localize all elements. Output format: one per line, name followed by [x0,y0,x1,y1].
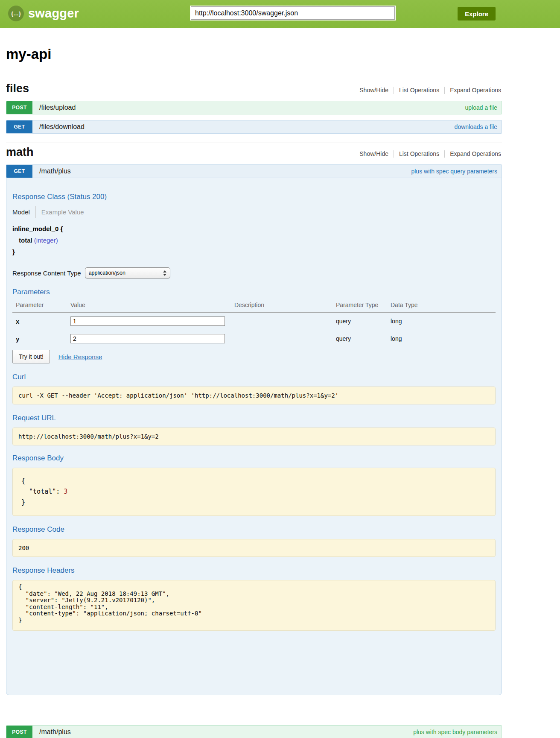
section-math-header: math Show/Hide List Operations Expand Op… [6,146,502,159]
response-body-json: { "total": 3 } [21,476,490,508]
list-operations-link[interactable]: List Operations [394,87,444,94]
operation-detail-panel: Response Class (Status 200) Model Exampl… [6,178,502,695]
parameters-heading: Parameters [12,288,496,296]
json-number-value: 3 [64,488,67,495]
http-method-badge: GET [6,165,32,178]
column-header-value: Value [67,298,231,312]
selected-option: application/json [89,270,125,276]
response-code-block: 200 [12,539,496,557]
column-header-parameter-type: Parameter Type [332,298,387,312]
response-content-type-row: Response Content Type application/json [12,267,496,278]
list-operations-link[interactable]: List Operations [394,150,444,157]
operation-summary-link[interactable]: plus with spec query parameters [411,165,497,178]
operation-path-link[interactable]: /math/plus [39,165,71,178]
swagger-logo-icon: {…} [8,6,24,21]
request-url-value: http://localhost:3000/math/plus?x=1&y=2 [18,433,490,440]
response-body-block: { "total": 3 } [12,468,496,516]
column-header-parameter: Parameter [12,298,67,312]
column-header-description: Description [231,298,332,312]
try-it-out-button[interactable]: Try it out! [12,350,50,363]
top-bar: {…} swagger Explore [0,0,560,28]
model-close-line: } [12,248,496,255]
column-header-data-type: Data Type [387,298,496,312]
http-method-badge: POST [6,101,32,114]
curl-command-block: curl -X GET --header 'Accept: applicatio… [12,387,496,404]
parameter-type: query [332,312,387,330]
show-hide-link[interactable]: Show/Hide [354,150,394,157]
http-method-badge: GET [6,120,32,133]
model-signature: inline_model_0 { total (integer) } [12,225,496,255]
section-title-files: files [6,82,29,95]
operation-path-link[interactable]: /files/download [39,120,85,133]
explore-button[interactable]: Explore [458,7,496,20]
model-open-line: inline_model_0 { [12,225,496,232]
model-property-line: total (integer) [12,237,496,244]
parameter-name: x [12,312,67,330]
json-text: } [21,498,25,506]
parameter-name: y [12,330,67,348]
parameter-type: query [332,330,387,348]
property-name: total [19,237,32,244]
try-it-out-row: Try it out! Hide Response [12,350,496,363]
parameter-x-input[interactable] [70,316,225,326]
parameter-y-input[interactable] [70,334,225,343]
operation-path-link[interactable]: /files/upload [39,101,76,114]
parameters-header-row: Parameter Value Description Parameter Ty… [12,298,496,312]
http-method-badge: POST [6,726,32,738]
operation-summary-link[interactable]: plus with spec body parameters [413,726,497,738]
spec-url-input[interactable] [191,6,395,20]
operation-row-get-files-download[interactable]: GET /files/download downloads a file [6,120,502,134]
swagger-brand-link[interactable]: {…} swagger [8,6,79,21]
operation-row-post-math-plus[interactable]: POST /math/plus plus with spec body para… [6,725,502,738]
parameter-description [231,330,332,348]
section-divider [6,143,502,143]
section-files-header: files Show/Hide List Operations Expand O… [6,82,502,95]
tab-model[interactable]: Model [12,208,30,216]
section-controls: Show/Hide List Operations Expand Operati… [354,87,502,94]
brand-name: swagger [28,6,79,20]
operation-get-math-plus: GET /math/plus plus with spec query para… [6,164,502,695]
response-headers-block: { "date": "Wed, 22 Aug 2018 18:49:13 GMT… [12,580,496,631]
signature-tabs: Model Example Value [12,205,496,218]
parameter-row-y: y query long [12,330,496,348]
parameter-description [231,312,332,330]
operation-row-post-files-upload[interactable]: POST /files/upload upload a file [6,101,502,114]
request-url-heading: Request URL [12,414,496,422]
main-content: my-api files Show/Hide List Operations E… [6,46,502,738]
expand-operations-link[interactable]: Expand Operations [445,87,502,94]
separator [35,206,36,218]
operation-path-link[interactable]: /math/plus [39,726,71,738]
response-code-heading: Response Code [12,525,496,534]
parameter-row-x: x query long [12,312,496,330]
section-title-math: math [6,146,34,159]
operation-summary-link[interactable]: upload a file [465,101,497,114]
response-headers-json: { "date": "Wed, 22 Aug 2018 18:49:13 GMT… [18,584,490,624]
section-files: files Show/Hide List Operations Expand O… [6,82,502,134]
property-type: (integer) [34,237,58,244]
section-controls: Show/Hide List Operations Expand Operati… [354,150,502,158]
section-math: math Show/Hide List Operations Expand Op… [6,146,502,738]
show-hide-link[interactable]: Show/Hide [354,87,394,94]
parameter-data-type: long [387,330,496,348]
operation-row-get-math-plus[interactable]: GET /math/plus plus with spec query para… [6,164,502,178]
response-content-type-label: Response Content Type [12,269,81,277]
expand-operations-link[interactable]: Expand Operations [445,150,502,157]
page-title: my-api [6,46,502,62]
curl-command: curl -X GET --header 'Accept: applicatio… [18,392,490,399]
parameter-data-type: long [387,312,496,330]
curl-heading: Curl [12,373,496,381]
hide-response-link[interactable]: Hide Response [58,353,102,360]
json-text: { "total": [21,477,64,495]
response-body-heading: Response Body [12,454,496,463]
parameters-table: Parameter Value Description Parameter Ty… [12,298,496,347]
response-content-type-select[interactable]: application/json [85,267,170,278]
operation-summary-link[interactable]: downloads a file [455,120,497,133]
response-code-value: 200 [18,545,490,551]
request-url-block: http://localhost:3000/math/plus?x=1&y=2 [12,428,496,445]
response-headers-heading: Response Headers [12,566,496,575]
stepper-arrows-icon [163,270,166,276]
tab-example-value[interactable]: Example Value [41,208,84,216]
response-class-heading: Response Class (Status 200) [12,193,496,201]
